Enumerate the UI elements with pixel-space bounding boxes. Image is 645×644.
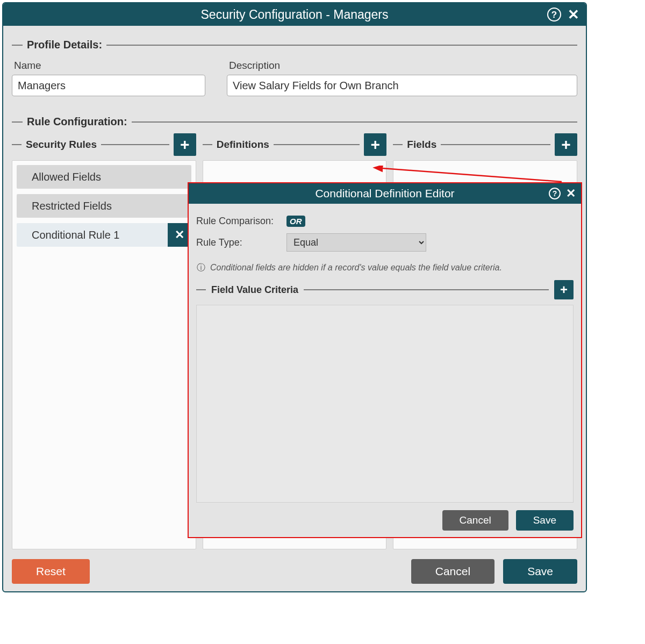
rule-item-label: Restricted Fields bbox=[32, 200, 112, 212]
rule-type-hint: Conditional fields are hidden if a recor… bbox=[210, 263, 502, 273]
rule-type-label: Rule Type: bbox=[196, 237, 278, 248]
modal-save-button[interactable]: Save bbox=[516, 510, 574, 531]
description-label: Description bbox=[229, 60, 577, 71]
rule-comparison-toggle[interactable]: OR bbox=[286, 216, 305, 227]
fields-heading: Fields bbox=[407, 139, 436, 151]
reset-button[interactable]: Reset bbox=[12, 559, 90, 584]
rule-item-conditional-rule-1[interactable]: Conditional Rule 1 ✕ bbox=[17, 223, 191, 247]
conditional-definition-editor-modal: Conditional Definition Editor ? ✕ Rule C… bbox=[188, 182, 582, 538]
rule-config-label: Rule Configuration: bbox=[27, 116, 127, 128]
name-input[interactable] bbox=[12, 75, 205, 96]
cancel-button[interactable]: Cancel bbox=[411, 559, 494, 584]
rule-comparison-label: Rule Comparison: bbox=[196, 216, 278, 227]
main-title: Security Configuration - Managers bbox=[201, 8, 389, 22]
rule-item-label: Allowed Fields bbox=[32, 171, 101, 183]
rule-item-label: Conditional Rule 1 bbox=[32, 229, 119, 241]
help-icon[interactable]: ? bbox=[549, 188, 561, 199]
modal-title: Conditional Definition Editor bbox=[315, 187, 454, 200]
field-value-criteria-label: Field Value Criteria bbox=[211, 284, 298, 296]
profile-details-label: Profile Details: bbox=[27, 39, 102, 51]
profile-details-heading: Profile Details: bbox=[12, 39, 577, 51]
security-rules-panel: Allowed Fields Restricted Fields Conditi… bbox=[12, 160, 196, 549]
add-criteria-button[interactable]: + bbox=[554, 280, 574, 299]
rule-item-allowed-fields[interactable]: Allowed Fields bbox=[17, 165, 191, 189]
definitions-heading: Definitions bbox=[217, 139, 269, 151]
add-definition-button[interactable]: + bbox=[364, 133, 386, 156]
modal-titlebar: Conditional Definition Editor ? ✕ bbox=[189, 183, 581, 204]
add-security-rule-button[interactable]: + bbox=[174, 133, 196, 156]
rule-type-select[interactable]: Equal bbox=[286, 233, 426, 252]
save-button[interactable]: Save bbox=[503, 559, 577, 584]
security-rules-heading: Security Rules bbox=[26, 139, 97, 151]
info-icon: ⓘ bbox=[196, 263, 206, 273]
main-titlebar: Security Configuration - Managers ? ✕ bbox=[3, 3, 586, 26]
description-input[interactable] bbox=[227, 75, 577, 96]
close-icon[interactable]: ✕ bbox=[565, 188, 577, 199]
field-value-criteria-panel bbox=[196, 305, 574, 503]
add-field-button[interactable]: + bbox=[555, 133, 577, 156]
help-icon[interactable]: ? bbox=[547, 8, 561, 22]
modal-cancel-button[interactable]: Cancel bbox=[442, 510, 508, 531]
name-label: Name bbox=[14, 60, 205, 71]
close-icon[interactable]: ✕ bbox=[567, 8, 580, 22]
rule-config-heading: Rule Configuration: bbox=[12, 116, 577, 128]
rule-item-restricted-fields[interactable]: Restricted Fields bbox=[17, 194, 191, 218]
